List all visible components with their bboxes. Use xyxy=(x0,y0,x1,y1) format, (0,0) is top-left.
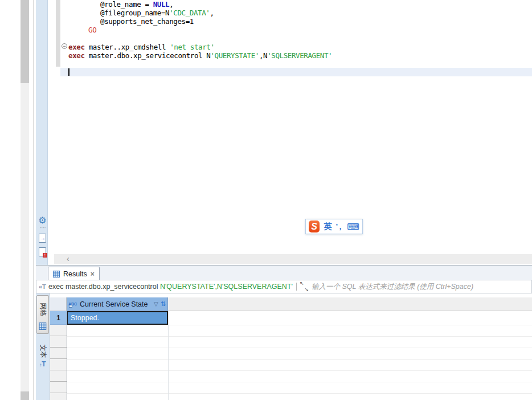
ime-language-mode[interactable]: 英 xyxy=(324,222,332,232)
code-line xyxy=(48,34,532,43)
filter-expression-icon: «T xyxy=(39,283,48,290)
grid-view-label: 网格 xyxy=(38,303,48,317)
empty-row-number-cell[interactable] xyxy=(50,325,67,336)
fold-collapse-icon[interactable]: − xyxy=(62,43,67,49)
grid-corner-cell[interactable] xyxy=(50,297,67,311)
divider xyxy=(296,283,297,291)
code-line: exec master.dbo.xp_servicecontrol N'QUER… xyxy=(48,51,532,60)
grid-row-line xyxy=(67,359,532,360)
sogou-logo-icon[interactable]: S xyxy=(309,221,320,232)
column-title: Current Service State xyxy=(80,300,152,308)
empty-row-number-cell[interactable] xyxy=(50,382,67,393)
abc-type-icon: ABC xyxy=(68,301,77,307)
sort-arrows-icon[interactable]: ⇅ xyxy=(161,300,166,308)
empty-row-number-cell[interactable] xyxy=(50,393,67,400)
filter-funnel-icon[interactable]: ▽ xyxy=(154,301,158,307)
results-filter-bar[interactable]: «T exec master.dbo.xp_servicecontrol N'Q… xyxy=(36,280,532,293)
drag-handle-icon[interactable]: ···· xyxy=(36,225,48,230)
grid-row-line xyxy=(67,382,532,382)
editor-horizontal-scrollbar[interactable]: ‹ xyxy=(54,254,532,264)
expand-filter-icon[interactable]: ↖ ↘ xyxy=(300,283,308,291)
text-view-label: 文本 xyxy=(38,345,48,358)
code-line: @filegroup_name=N'CDC_DATA', xyxy=(48,9,532,17)
ime-punctuation-icon[interactable]: ’， xyxy=(335,222,343,232)
lock-icon xyxy=(69,305,72,308)
empty-row-number-cell[interactable] xyxy=(50,359,67,370)
divider xyxy=(168,311,169,400)
grid-row-line xyxy=(67,393,532,394)
close-icon[interactable]: × xyxy=(91,270,95,278)
tab-grid-view[interactable]: 网格 xyxy=(36,295,49,334)
code-line: @role_name = NULL, xyxy=(48,0,532,9)
sogou-ime-toolbar[interactable]: S 英 ’， ⌨ xyxy=(305,219,363,234)
tab-text-view[interactable]: 文本 ↕T xyxy=(36,337,49,369)
script-error-icon[interactable]: ! xyxy=(39,247,46,256)
code-line: @supports_net_changes=1 xyxy=(48,17,532,26)
grid-row-line xyxy=(67,370,532,371)
column-header-current-service-state[interactable]: ABC Current Service State ▽ ⇅ xyxy=(67,297,168,311)
grid-row-line xyxy=(67,325,532,325)
text-view-icon: ↕T xyxy=(39,360,46,368)
results-tab-bar: Results × xyxy=(36,265,532,280)
filter-query-text[interactable]: exec master.dbo.xp_servicecontrol N'QUER… xyxy=(48,283,293,291)
empty-row-number-cell[interactable] xyxy=(50,336,67,348)
panel-sash[interactable] xyxy=(33,0,34,400)
filter-placeholder: 输入一个 SQL 表达式来过滤结果 (使用 Ctrl+Space) xyxy=(312,282,473,292)
grid-row-line xyxy=(67,348,532,348)
grid-icon xyxy=(53,271,60,277)
code-area[interactable]: @role_name = NULL,@filegroup_name=N'CDC_… xyxy=(48,0,532,254)
code-line: exec master..xp_cmdshell 'net start' xyxy=(48,43,532,51)
row-number-cell[interactable]: 1 xyxy=(50,311,67,325)
selected-cell-stopped[interactable]: Stopped. xyxy=(67,311,168,325)
error-badge-icon: ! xyxy=(43,253,47,258)
results-tab-label: Results xyxy=(63,270,87,278)
empty-row-number-cell[interactable] xyxy=(50,370,67,382)
arrow-nw-icon: ↖ xyxy=(300,280,304,286)
arrow-se-icon: ↘ xyxy=(304,287,309,292)
divider xyxy=(67,297,67,400)
empty-row-number-cell[interactable] xyxy=(50,348,67,359)
grid-icon xyxy=(39,323,47,330)
left-scrollbar-thumb[interactable] xyxy=(21,0,29,83)
text-caret xyxy=(68,68,69,76)
left-scrollbar-button[interactable] xyxy=(21,391,29,400)
sql-editor-window: ⚙ ···· → ! − @role_name = NULL,@filegrou… xyxy=(0,0,532,400)
tab-results[interactable]: Results × xyxy=(48,267,100,280)
scroll-left-arrow-icon[interactable]: ‹ xyxy=(67,255,69,263)
grid-header-filler xyxy=(168,297,532,311)
code-line: GO xyxy=(48,26,532,34)
keyboard-icon[interactable]: ⌨ xyxy=(347,222,359,231)
script-export-icon[interactable]: → xyxy=(39,234,46,243)
arrow-right-icon: → xyxy=(40,235,46,242)
grid-row-line xyxy=(67,336,532,337)
